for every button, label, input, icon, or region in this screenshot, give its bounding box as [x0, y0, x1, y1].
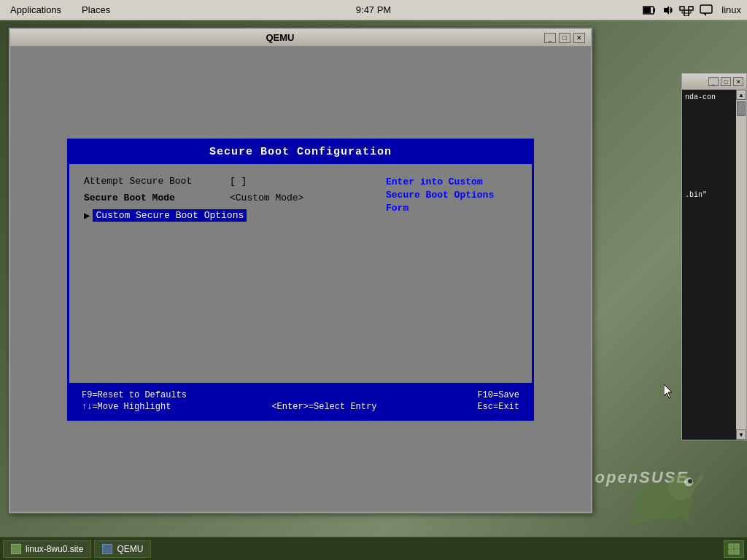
bios-footer-row1: F9=Reset to Defaults F10=Save	[82, 390, 519, 400]
menubar-clock: 9:47 PM	[356, 4, 391, 15]
svg-rect-21	[735, 550, 739, 554]
second-window-titlebar: _ □ ✕	[682, 74, 746, 90]
svg-point-3	[688, 479, 692, 483]
taskbar-item-linux[interactable]: linux-8wu0.site	[3, 540, 91, 558]
svg-rect-10	[689, 7, 693, 10]
system-tray	[643, 4, 713, 16]
second-minimize-btn[interactable]: _	[708, 77, 719, 86]
menubar: Applications Places 9:47 PM	[0, 0, 747, 20]
qemu-titlebar: QEMU _ □ ✕	[10, 29, 591, 47]
help-line3: Form	[386, 203, 409, 214]
svg-rect-20	[729, 550, 733, 554]
bios-options: Attempt Secure Boot [ ] Secure Boot Mode…	[84, 176, 371, 371]
taskbar-qemu-label: QEMU	[117, 544, 143, 554]
minimize-button[interactable]: _	[544, 33, 556, 43]
taskbar-item-qemu[interactable]: QEMU	[94, 540, 151, 558]
bios-option-secure-boot-mode: Secure Boot Mode <Custom Mode>	[84, 192, 371, 203]
second-window: _ □ ✕ nda-con .bin" ▲ ▼	[681, 73, 747, 440]
terminal-line1: nda-con	[685, 93, 743, 103]
applications-menu[interactable]: Applications	[6, 3, 66, 17]
taskbar-linux-icon	[11, 544, 21, 554]
places-menu[interactable]: Places	[77, 3, 115, 17]
close-button[interactable]: ✕	[573, 33, 585, 43]
bios-footer-row2: ↑↓=Move Highlight <Enter>=Select Entry E…	[82, 402, 519, 412]
help-line2: Secure Boot Options	[386, 190, 494, 201]
bios-title: Secure Boot Configuration	[69, 140, 533, 164]
menubar-left: Applications Places	[6, 3, 115, 17]
svg-rect-18	[729, 544, 733, 548]
taskbar-sys-icon[interactable]	[724, 540, 744, 558]
svg-marker-7	[664, 6, 669, 15]
svg-rect-19	[735, 544, 739, 548]
taskbar: linux-8wu0.site QEMU	[0, 537, 747, 560]
qemu-title: QEMU	[16, 32, 544, 43]
secure-boot-mode-value: <Custom Mode>	[230, 192, 303, 203]
svg-rect-5	[654, 8, 655, 12]
bios-option-custom-secure-boot: ▶ Custom Secure Boot Options	[84, 209, 371, 222]
attempt-secure-boot-label: Attempt Secure Boot	[84, 176, 230, 187]
svg-rect-15	[700, 5, 712, 13]
maximize-button[interactable]: □	[559, 33, 570, 43]
qemu-bios-screen[interactable]: Secure Boot Configuration Attempt Secure…	[10, 47, 591, 512]
svg-rect-9	[680, 7, 684, 10]
bios-help: Enter into Custom Secure Boot Options Fo…	[371, 176, 517, 371]
scrollbar-up[interactable]: ▲	[736, 90, 746, 100]
selection-arrow-icon: ▶	[84, 209, 90, 222]
taskbar-qemu-icon	[102, 544, 112, 554]
footer-f10: F10=Save	[477, 390, 519, 400]
battery-icon	[643, 5, 656, 15]
bios-option-attempt-secure-boot: Attempt Secure Boot [ ]	[84, 176, 371, 187]
taskbar-linux-label: linux-8wu0.site	[26, 544, 83, 554]
username-label: linux	[721, 4, 741, 15]
footer-nav: ↑↓=Move Highlight	[82, 402, 171, 412]
menubar-right: linux	[643, 4, 741, 16]
message-icon	[700, 4, 713, 16]
taskbar-right	[724, 540, 744, 558]
volume-icon	[662, 5, 673, 15]
qemu-window: QEMU _ □ ✕ Secure Boot Configuration Att…	[9, 28, 592, 513]
window-controls: _ □ ✕	[544, 33, 585, 43]
svg-rect-6	[643, 7, 651, 13]
help-line1: Enter into Custom	[386, 176, 483, 187]
scrollbar[interactable]: ▲ ▼	[736, 90, 746, 440]
bios-body: Attempt Secure Boot [ ] Secure Boot Mode…	[69, 164, 533, 383]
chameleon-icon	[616, 458, 711, 531]
second-maximize-btn[interactable]: □	[721, 77, 731, 86]
footer-f9: F9=Reset to Defaults	[82, 390, 187, 400]
terminal-line2: .bin"	[685, 190, 743, 201]
network-icon	[679, 4, 694, 16]
attempt-secure-boot-value: [ ]	[230, 176, 247, 187]
secure-boot-mode-label: Secure Boot Mode	[84, 192, 230, 203]
bios-dialog: Secure Boot Configuration Attempt Secure…	[67, 139, 534, 421]
custom-secure-boot-label: Custom Secure Boot Options	[93, 209, 247, 222]
footer-esc: Esc=Exit	[477, 402, 519, 412]
show-desktop-icon	[727, 542, 740, 556]
bios-footer: F9=Reset to Defaults F10=Save ↑↓=Move Hi…	[69, 383, 533, 419]
footer-enter: <Enter>=Select Entry	[271, 402, 376, 412]
help-text: Enter into Custom Secure Boot Options Fo…	[386, 176, 517, 216]
scrollbar-down[interactable]: ▼	[736, 429, 746, 440]
scrollbar-thumb[interactable]	[737, 101, 746, 116]
svg-point-1	[668, 474, 694, 500]
second-close-btn[interactable]: ✕	[733, 77, 743, 86]
